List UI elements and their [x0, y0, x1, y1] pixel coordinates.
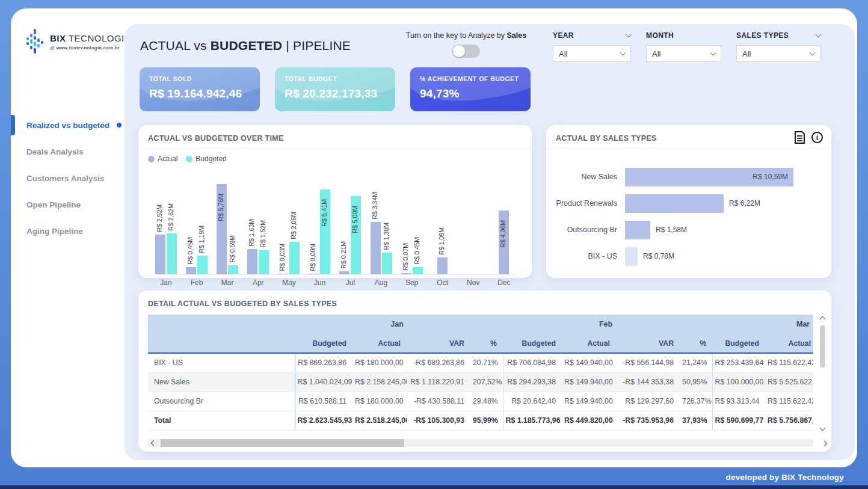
budgeted-bar-feb[interactable]: [197, 256, 208, 274]
chevron-down-icon[interactable]: [626, 32, 632, 38]
actual-bar-oct[interactable]: [437, 257, 448, 274]
kpi-label: TOTAL BUDGET: [285, 75, 386, 82]
bar-value-label: R$ 1,58M: [656, 226, 687, 234]
bar-item: R$ 3,34M: [371, 222, 381, 274]
scroll-right-icon[interactable]: [822, 441, 828, 447]
table-cell: R$ 449.820,00: [562, 411, 616, 430]
actual-bar-aug[interactable]: [371, 222, 381, 274]
bar-group-dec: R$ 4,06M: [493, 211, 515, 274]
actual-bar-jun[interactable]: [309, 274, 319, 274]
table-row-total: TotalR$ 2.623.545,93R$ 2.518.245,00-R$ 1…: [148, 411, 813, 430]
column-header: Actual: [352, 334, 407, 353]
budgeted-bar-mar[interactable]: [228, 265, 238, 274]
time-chart-title: ACTUAL VS BUDGETED OVER TIME: [138, 125, 532, 149]
column-header: VAR: [407, 334, 470, 353]
actual-bar-jul[interactable]: [339, 271, 349, 274]
table-cell: R$ 869.263,86: [295, 353, 352, 372]
info-icon[interactable]: i: [811, 132, 823, 143]
table-cell: R$ 1.040.024,09: [295, 372, 352, 392]
budgeted-bar-jan[interactable]: [167, 233, 177, 274]
table-cell: R$ 2.518.245,00: [352, 411, 407, 430]
sales-type-bar[interactable]: [625, 221, 650, 239]
sales-type-bar[interactable]: [625, 194, 724, 213]
bar-item: R$ 1,63M: [247, 249, 257, 274]
sales-type-bar[interactable]: [625, 247, 638, 266]
filter-month: MONTHAll: [646, 31, 721, 62]
column-header: Budgeted: [503, 334, 562, 353]
table-cell: R$ 129.297,60: [616, 392, 680, 411]
budgeted-bar-apr[interactable]: [259, 250, 269, 274]
scroll-down-icon[interactable]: [820, 425, 826, 431]
table-vertical-scrollbar[interactable]: [819, 316, 827, 431]
month-group-header-feb: Feb: [503, 315, 712, 334]
chevron-down-icon[interactable]: [816, 32, 822, 38]
budgeted-bar-aug[interactable]: [382, 253, 392, 274]
page-title: ACTUAL vs BUDGETED | PIPELINE: [140, 38, 351, 53]
report-page-icon[interactable]: [794, 131, 805, 144]
filter-dropdown[interactable]: All: [736, 45, 820, 62]
sidebar-item-aging-pipeline[interactable]: Aging Pipeline: [11, 218, 125, 244]
analyze-by-sales-toggle[interactable]: [452, 45, 480, 58]
table-row-bix-us: BIX - USR$ 869.263,86R$ 180.000,00-R$ 68…: [148, 353, 813, 372]
brand-site: @ www.bixtecnologia.com.br: [50, 45, 131, 51]
category-label: BIX - US: [546, 252, 617, 260]
x-axis-label-may: May: [278, 278, 300, 287]
table-cell: R$ 253.439,64: [712, 353, 765, 372]
bar-item: R$ 2,52M: [155, 235, 165, 274]
bar-item: R$ 0,07M: [401, 273, 411, 274]
bar-group-apr: R$ 1,63MR$ 1,52M: [247, 249, 269, 274]
x-axis-label-feb: Feb: [186, 278, 208, 287]
filter-dropdown[interactable]: All: [646, 45, 721, 62]
x-axis-label-jun: Jun: [309, 278, 330, 287]
time-chart-plot: R$ 2,52MR$ 2,62MR$ 0,45MR$ 1,19MR$ 5,76M…: [155, 185, 515, 275]
actual-bar-jan[interactable]: [155, 235, 165, 274]
detail-table: JanFebMarBudgetedActualVAR%BudgetedActua…: [148, 315, 813, 431]
kpi-card-total-sold: TOTAL SOLDR$ 19.164.942,46: [140, 67, 260, 111]
horizontal-scroll-thumb[interactable]: [161, 439, 404, 447]
sales-types-bars: New SalesR$ 10,59MProduct RenewalsR$ 6,2…: [546, 164, 831, 269]
budgeted-bar-may[interactable]: [289, 242, 300, 274]
table-cell: -R$ 144.353,38: [616, 372, 680, 392]
sidebar-item-deals-analysis[interactable]: Deals Analysis: [11, 138, 125, 165]
table-cell: 37,93%: [680, 411, 712, 430]
x-axis-label-aug: Aug: [371, 278, 392, 287]
scroll-up-icon[interactable]: [820, 316, 826, 322]
bix-logo-icon: [25, 28, 46, 57]
legend-swatch: [186, 156, 192, 162]
table-row-outsourcing-br: Outsourcing BrR$ 610.588,11R$ 180.000,00…: [148, 392, 813, 411]
table-cell: -R$ 430.588,11: [407, 392, 470, 411]
bar-value-label: R$ 0,59M: [229, 235, 236, 263]
sidebar-item-realized-vs-budgeted[interactable]: Realized vs budgeted: [11, 112, 125, 138]
filter-selected-value: All: [652, 49, 660, 58]
legend-item-actual: Actual: [148, 155, 177, 163]
sales-type-bar[interactable]: R$ 10,59M: [625, 168, 793, 186]
table-cell: 95,99%: [470, 411, 503, 430]
filter-sales-types: SALES TYPESAll: [736, 31, 820, 62]
month-group-header-mar: Mar: [712, 315, 813, 334]
bar-value-label: R$ 0,21M: [340, 241, 347, 269]
footer-credit: developed by BIX Technology: [726, 473, 844, 482]
scroll-left-icon[interactable]: [151, 440, 157, 446]
actual-bar-feb[interactable]: [186, 267, 196, 274]
table-horizontal-scrollbar[interactable]: [148, 439, 813, 447]
sidebar-item-customers-analysis[interactable]: Customers Analysis: [11, 165, 125, 191]
sidebar-item-open-pipeline[interactable]: Open Pipeline: [11, 191, 125, 218]
bar-item: R$ 0,21M: [339, 271, 349, 274]
x-axis-label-jan: Jan: [155, 278, 177, 287]
bar-group-oct: R$ 1,09M: [432, 257, 454, 274]
sales-types-chart-title: ACTUAL BY SALES TYPES: [546, 125, 831, 149]
column-header: Budgeted: [712, 334, 765, 353]
actual-bar-may[interactable]: [278, 274, 288, 274]
vertical-scroll-thumb[interactable]: [820, 325, 825, 368]
actual-bar-sep[interactable]: [401, 273, 411, 274]
filter-dropdown[interactable]: All: [553, 45, 631, 62]
table-cell: -R$ 735.953,96: [616, 411, 680, 430]
kpi-label: % ACHIEVEMENT OF BUDGET: [420, 75, 521, 82]
budgeted-bar-sep[interactable]: [413, 267, 423, 274]
bar-item: R$ 1,09M: [437, 257, 448, 274]
detail-table-viewport: JanFebMarBudgetedActualVAR%BudgetedActua…: [148, 315, 813, 436]
bar-value-label: R$ 1,52M: [259, 220, 266, 248]
category-label: Product Renewals: [546, 199, 617, 208]
bar-value-label: R$ 4,06M: [499, 220, 506, 248]
actual-bar-apr[interactable]: [247, 249, 257, 274]
